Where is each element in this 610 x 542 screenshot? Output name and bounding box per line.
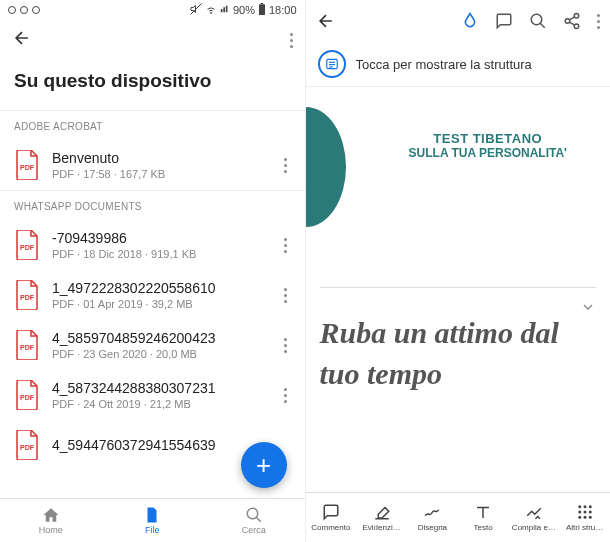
svg-rect-2 xyxy=(261,3,263,4)
file-meta: PDF · 18 Dic 2018 · 919,1 KB xyxy=(52,248,266,260)
page-title: Su questo dispositivo xyxy=(0,60,305,110)
file-item[interactable]: PDF Benvenuto PDF · 17:58 · 167,7 KB xyxy=(0,140,305,190)
home-icon xyxy=(42,506,60,524)
file-more-button[interactable] xyxy=(278,382,293,409)
svg-text:PDF: PDF xyxy=(20,244,35,251)
notif-icon xyxy=(8,6,16,14)
tool-text[interactable]: Testo xyxy=(458,503,509,532)
more-menu-button[interactable] xyxy=(597,14,600,29)
file-item[interactable]: PDF 4_5873244288380307231 PDF · 24 Ott 2… xyxy=(0,370,305,420)
svg-rect-3 xyxy=(259,4,265,15)
file-item[interactable]: PDF -709439986 PDF · 18 Dic 2018 · 919,1… xyxy=(0,220,305,270)
svg-point-24 xyxy=(588,511,591,514)
doc-title: TEST TIBETANO SULLA TUA PERSONALITA' xyxy=(376,131,601,160)
search-icon[interactable] xyxy=(529,12,547,30)
nav-file[interactable]: File xyxy=(102,499,204,542)
document-area[interactable]: TEST TIBETANO SULLA TUA PERSONALITA' Rub… xyxy=(306,87,611,542)
pdf-icon: PDF xyxy=(14,230,40,260)
svg-text:PDF: PDF xyxy=(20,164,35,171)
mute-icon xyxy=(190,3,202,17)
tool-label: Evidenzi… xyxy=(363,523,401,532)
pdf-icon: PDF xyxy=(14,330,40,360)
more-menu-button[interactable] xyxy=(290,33,293,48)
nav-label: File xyxy=(145,525,160,535)
notif-icon xyxy=(32,6,40,14)
svg-text:PDF: PDF xyxy=(20,294,35,301)
svg-point-12 xyxy=(574,14,579,19)
svg-point-19 xyxy=(578,505,581,508)
viewer-top-bar xyxy=(306,0,611,42)
doc-title-2: SULLA TUA PERSONALITA' xyxy=(376,146,601,160)
svg-text:PDF: PDF xyxy=(20,444,35,451)
back-button[interactable] xyxy=(12,28,32,53)
svg-point-23 xyxy=(583,511,586,514)
file-name: -709439986 xyxy=(52,230,266,246)
bottom-nav: Home File Cerca xyxy=(0,498,305,542)
nav-search[interactable]: Cerca xyxy=(203,499,305,542)
svg-point-22 xyxy=(578,511,581,514)
file-item[interactable]: PDF 4_5859704859246200423 PDF · 23 Gen 2… xyxy=(0,320,305,370)
file-more-button[interactable] xyxy=(278,332,293,359)
svg-point-27 xyxy=(588,516,591,519)
svg-point-20 xyxy=(583,505,586,508)
file-more-button[interactable] xyxy=(278,232,293,259)
search-icon xyxy=(245,506,263,524)
clock: 18:00 xyxy=(269,4,297,16)
file-meta: PDF · 23 Gen 2020 · 20,0 MB xyxy=(52,348,266,360)
file-meta: PDF · 24 Ott 2019 · 21,2 MB xyxy=(52,398,266,410)
viewer-pane: Tocca per mostrare la struttura TEST TIB… xyxy=(306,0,611,542)
svg-point-13 xyxy=(565,19,570,24)
file-name: 4_5873244288380307231 xyxy=(52,380,266,396)
section-header: WHATSAPP DOCUMENTS xyxy=(0,190,305,220)
tool-fill-sign[interactable]: Compila e… xyxy=(509,503,560,532)
battery-percent: 90% xyxy=(233,4,255,16)
fill-sign-icon xyxy=(525,503,543,521)
file-more-button[interactable] xyxy=(278,152,293,179)
tool-bar: Commento Evidenzi… Disegna Testo Compila… xyxy=(306,492,611,542)
grid-icon xyxy=(576,503,594,521)
back-button[interactable] xyxy=(316,11,336,31)
file-icon xyxy=(143,506,161,524)
tool-draw[interactable]: Disegna xyxy=(407,503,458,532)
svg-point-14 xyxy=(574,24,579,29)
nav-home[interactable]: Home xyxy=(0,499,102,542)
tool-more[interactable]: Altri stru… xyxy=(559,503,610,532)
file-name: 1_4972228302220558610 xyxy=(52,280,266,296)
text-icon xyxy=(474,503,492,521)
comment-icon xyxy=(322,503,340,521)
pdf-icon: PDF xyxy=(14,380,40,410)
svg-point-25 xyxy=(578,516,581,519)
nav-label: Home xyxy=(39,525,63,535)
tool-label: Altri stru… xyxy=(566,523,603,532)
fab-add-button[interactable]: + xyxy=(241,442,287,488)
file-list-pane: 90% 18:00 Su questo dispositivo ADOBE AC… xyxy=(0,0,306,542)
file-name: 4_5859704859246200423 xyxy=(52,330,266,346)
status-bar: 90% 18:00 xyxy=(0,0,305,20)
liquid-mode-icon[interactable] xyxy=(461,12,479,30)
svg-point-11 xyxy=(531,14,542,25)
file-more-button[interactable] xyxy=(278,282,293,309)
tool-label: Compila e… xyxy=(512,523,556,532)
pdf-icon: PDF xyxy=(14,150,40,180)
file-item[interactable]: PDF 1_4972228302220558610 PDF · 01 Apr 2… xyxy=(0,270,305,320)
battery-icon xyxy=(258,3,266,17)
tool-comment[interactable]: Commento xyxy=(306,503,357,532)
doc-title-1: TEST TIBETANO xyxy=(376,131,601,146)
nav-label: Cerca xyxy=(242,525,266,535)
svg-point-1 xyxy=(210,13,211,14)
pdf-icon: PDF xyxy=(14,430,40,460)
signal-icon xyxy=(220,4,230,16)
share-icon[interactable] xyxy=(563,12,581,30)
structure-bar[interactable]: Tocca per mostrare la struttura xyxy=(306,42,611,87)
svg-text:PDF: PDF xyxy=(20,394,35,401)
svg-point-26 xyxy=(583,516,586,519)
tool-label: Disegna xyxy=(418,523,447,532)
structure-icon xyxy=(318,50,346,78)
tool-label: Testo xyxy=(474,523,493,532)
svg-point-21 xyxy=(588,505,591,508)
decorative-shape xyxy=(306,107,346,227)
comment-icon[interactable] xyxy=(495,12,513,30)
highlight-icon xyxy=(373,503,391,521)
top-bar xyxy=(0,20,305,60)
tool-highlight[interactable]: Evidenzi… xyxy=(356,503,407,532)
